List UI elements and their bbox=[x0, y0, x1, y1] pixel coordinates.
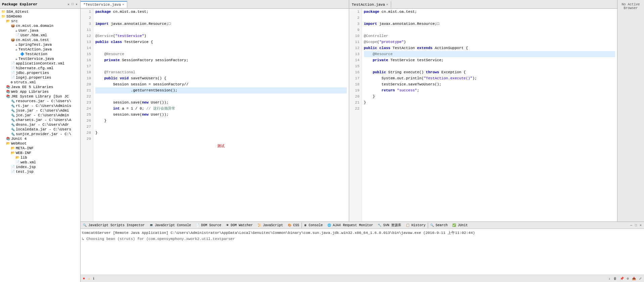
tree-item-log4j.properties[interactable]: 📄log4j.properties bbox=[0, 75, 80, 80]
tree-item-testaction[interactable]: 🔷TestAction bbox=[0, 52, 80, 56]
code-line[interactable]: session.save(new User()); bbox=[95, 112, 347, 118]
tree-item-jsse.jar[interactable]: 🔩jsse.jar - C:\Users\Admi bbox=[0, 108, 80, 113]
tree-item-struts.xml[interactable]: ⚙struts.xml bbox=[0, 80, 80, 85]
bottom-minimize-icon[interactable]: — bbox=[629, 223, 633, 228]
code-line[interactable]: public void saveTwoUsers() { bbox=[95, 75, 347, 81]
tree-item-resources.jar[interactable]: 🔩resources.jar - C:\Users\ bbox=[0, 99, 80, 104]
bottom-tab-svn[interactable]: 🔧SVN 资源库 bbox=[375, 222, 404, 229]
right-code-content[interactable]: 123910111213141516171819202122 package c… bbox=[349, 9, 617, 221]
tree-item-javaee5[interactable]: 📚Java EE 5 Libraries bbox=[0, 85, 80, 89]
code-line[interactable]: System.out.println("TestAction.execute()… bbox=[364, 75, 615, 81]
code-line[interactable]: } bbox=[95, 130, 347, 136]
tree-item-testaction.java[interactable]: ☕TestAction.java bbox=[0, 47, 80, 52]
bottom-tab-css[interactable]: 🎨CSS bbox=[285, 223, 302, 228]
tree-item-test.jsp[interactable]: 📄test.jsp bbox=[0, 169, 80, 174]
code-line[interactable]: int a = 1 / 0; // 这行会抛异常 bbox=[95, 106, 347, 112]
error-icon[interactable]: ✖ bbox=[82, 276, 86, 281]
code-line[interactable] bbox=[95, 93, 347, 99]
tree-item-jce.jar[interactable]: 🔩jce.jar - C:\Users\Admin bbox=[0, 113, 80, 118]
tree-item-webapplibs[interactable]: 📚Web App Libraries bbox=[0, 89, 80, 94]
code-line[interactable]: private SessionFactory sessionFactory; bbox=[95, 57, 347, 63]
scroll-lock-icon[interactable]: ⇓ bbox=[607, 276, 611, 281]
code-line[interactable] bbox=[364, 106, 615, 112]
tree-item-user.hbm.xml[interactable]: 📄User.hbm.xml bbox=[0, 33, 80, 38]
bottom-tab-javascript[interactable]: 📜JavaScript bbox=[255, 223, 285, 228]
info-icon[interactable]: ℹ bbox=[92, 276, 95, 281]
code-line[interactable]: public class TestAction extends ActionSu… bbox=[364, 45, 615, 51]
tree-item-dnsns.jar[interactable]: 🔩dnsns.jar - C:\Users\Adr bbox=[0, 122, 80, 127]
code-line[interactable]: @Scope("prototype") bbox=[364, 39, 615, 45]
code-line[interactable] bbox=[364, 15, 615, 21]
menu-icon[interactable]: ▾ bbox=[75, 2, 78, 7]
left-editor-tab[interactable]: *TestService.java ✕ bbox=[81, 1, 127, 8]
tree-item-hibernate.cfg.xml[interactable]: 📄hibernate.cfg.xml bbox=[0, 66, 80, 71]
bottom-console-content[interactable]: tomcat6Server [Remote Java Application] … bbox=[81, 229, 644, 275]
code-line[interactable]: package cn.mist.oa.test; bbox=[364, 9, 615, 15]
tree-item-springtest.java[interactable]: ☕SpringTest.java bbox=[0, 42, 80, 47]
bottom-tab-dom-source[interactable]: 📄DOM Source bbox=[193, 223, 224, 228]
bottom-tab-ajax-monitor[interactable]: 🌐AJAX Request Monitor bbox=[325, 223, 375, 228]
left-tab-close[interactable]: ✕ bbox=[122, 3, 124, 6]
code-line[interactable]: session.save(new User()); bbox=[95, 99, 347, 106]
code-line[interactable] bbox=[95, 15, 347, 21]
code-line[interactable]: @Resource bbox=[364, 51, 615, 57]
code-line[interactable]: public class TestService { bbox=[95, 39, 347, 45]
tree-item-testservice.java[interactable]: ☕TestService.java bbox=[0, 56, 80, 61]
right-code-lines[interactable]: package cn.mist.oa.test;import javax.ann… bbox=[362, 9, 617, 221]
tree-item-webroot[interactable]: 📂WebRoot bbox=[0, 141, 80, 146]
code-line[interactable]: @Service("testService") bbox=[95, 33, 347, 39]
code-line[interactable]: return "success"; bbox=[364, 87, 615, 93]
code-line[interactable] bbox=[95, 27, 347, 33]
bottom-tab-history[interactable]: 📋History bbox=[404, 223, 428, 228]
code-line[interactable]: } bbox=[95, 118, 347, 124]
right-editor-tab[interactable]: TestAction.java ✕ bbox=[349, 1, 391, 8]
code-line[interactable] bbox=[364, 27, 615, 33]
tree-item-sunjce_provider.jar[interactable]: 🔩sunjce_provider.jar - C:\ bbox=[0, 132, 80, 136]
tree-item-jdbc.properties[interactable]: 📄jdbc.properties bbox=[0, 71, 80, 75]
tree-item-sshdemo[interactable]: 📁SSHDemo bbox=[0, 14, 80, 19]
code-line[interactable] bbox=[95, 63, 347, 69]
maximize-icon[interactable]: □ bbox=[71, 2, 74, 7]
tree-item-charsets.jar[interactable]: 🔩charsets.jar - C:\Users\A bbox=[0, 118, 80, 122]
tree-item-user.java[interactable]: ☕User.java bbox=[0, 28, 80, 33]
code-line[interactable] bbox=[364, 63, 615, 69]
code-line[interactable]: testService.saveTwoUsers(); bbox=[364, 81, 615, 87]
expand-icon[interactable]: ⤢ bbox=[638, 276, 643, 281]
bottom-tab-dom-watcher[interactable]: 👁DOM Watcher bbox=[224, 223, 255, 228]
code-line[interactable]: package cn.mist.oa.test; bbox=[95, 9, 347, 15]
tree-item-jresystem[interactable]: 📚JRE System Library [Sun JC bbox=[0, 94, 80, 99]
tree-item-index.jsp[interactable]: 📄index.jsp bbox=[0, 165, 80, 169]
tree-item-web.xml[interactable]: 📄web.xml bbox=[0, 160, 80, 165]
bottom-tab-junit[interactable]: ✅JUnit bbox=[450, 223, 470, 228]
left-code-content[interactable]: 1231112131415161718192021222324252627282… bbox=[81, 9, 349, 221]
bottom-tab-js-console[interactable]: 💻JavaScript Console bbox=[147, 223, 193, 228]
bottom-tab-search[interactable]: 🔍Search bbox=[428, 223, 450, 228]
pin-icon[interactable]: 📌 bbox=[619, 276, 625, 281]
export-icon[interactable]: 📤 bbox=[631, 276, 637, 281]
code-line[interactable]: @Resource bbox=[95, 51, 347, 57]
minimize-icon[interactable]: ✕ bbox=[67, 2, 70, 7]
code-line[interactable]: import javax.annotation.Resource;□ bbox=[95, 21, 347, 27]
tree-item-ssh02test[interactable]: 📁SSH_02test bbox=[0, 9, 80, 14]
code-line[interactable]: public String execute() throws Exception… bbox=[364, 69, 615, 75]
tree-item-web-inf[interactable]: 📂WEB-INF bbox=[0, 151, 80, 155]
tree-item-localedata.jar[interactable]: 🔩localedata.jar - C:\Users bbox=[0, 127, 80, 132]
settings-icon[interactable]: ⚙ bbox=[626, 276, 630, 281]
bottom-tab-js-inspector[interactable]: 🔍JavaScript Scripts Inspector bbox=[81, 223, 147, 228]
code-line[interactable]: .getCurrentSession(); bbox=[95, 87, 347, 93]
code-line[interactable]: } bbox=[364, 93, 615, 99]
tree-item-lib[interactable]: 📂lib bbox=[0, 155, 80, 160]
code-line[interactable] bbox=[95, 136, 347, 142]
clear-icon[interactable]: 🗑 bbox=[612, 276, 618, 281]
tree-item-meta-inf[interactable]: 📂META-INF bbox=[0, 146, 80, 151]
right-tab-close[interactable]: ✕ bbox=[386, 3, 388, 6]
bottom-close-icon[interactable]: ✕ bbox=[639, 223, 643, 228]
tree-item-cn.mist.oa.test[interactable]: 📦cn.mist.oa.test bbox=[0, 38, 80, 42]
code-line[interactable]: } bbox=[364, 99, 615, 106]
code-line[interactable]: @Controller bbox=[364, 33, 615, 39]
warning-icon[interactable]: ⚠ bbox=[87, 276, 91, 281]
tree-item-cn.mist.oa.domain[interactable]: 📦cn.mist.oa.domain bbox=[0, 24, 80, 28]
bottom-maximize-icon[interactable]: □ bbox=[634, 223, 638, 228]
tree-item-applicationcontext.xml[interactable]: 📄applicationContext.xml bbox=[0, 61, 80, 66]
code-line[interactable]: Session session = sessionFactory// bbox=[95, 81, 347, 87]
